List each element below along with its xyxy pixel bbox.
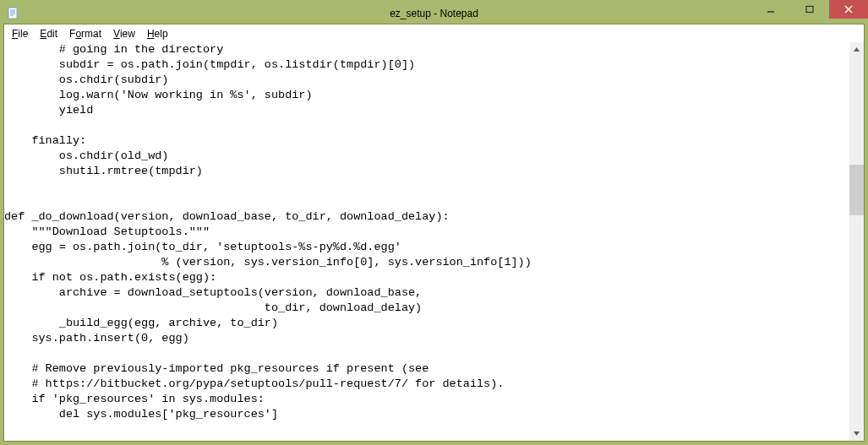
text-editor[interactable]: # going in the directory subdir = os.pat… [4,42,849,441]
menu-help[interactable]: Help [141,26,174,41]
svg-marker-9 [854,47,860,52]
scroll-track[interactable] [849,57,864,426]
menubar: File Edit Format View Help [4,24,864,42]
svg-rect-6 [806,7,813,13]
maximize-button[interactable] [790,0,829,19]
window-controls [751,0,868,19]
menu-file[interactable]: File [6,26,34,41]
scroll-thumb[interactable] [849,165,864,215]
menu-edit[interactable]: Edit [34,26,63,41]
titlebar[interactable]: ez_setup - Notepad [3,3,865,24]
vertical-scrollbar[interactable] [849,42,864,441]
window-frame: ez_setup - Notepad File Edit Format View… [0,0,868,445]
editor-wrap: # going in the directory subdir = os.pat… [4,42,864,441]
client-area: File Edit Format View Help # going in th… [3,24,865,442]
svg-marker-10 [854,431,860,436]
close-button[interactable] [829,0,868,19]
window-title: ez_setup - Notepad [3,8,865,19]
menu-view[interactable]: View [107,26,141,41]
menu-format[interactable]: Format [63,26,107,41]
scroll-down-button[interactable] [849,426,864,441]
app-icon [7,7,20,20]
scroll-up-button[interactable] [849,42,864,57]
minimize-button[interactable] [751,0,790,19]
